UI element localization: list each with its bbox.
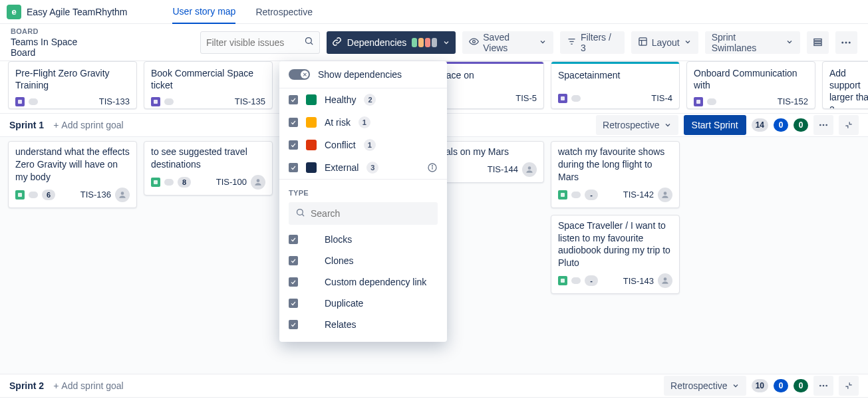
layout-icon	[638, 37, 648, 49]
dependency-status-row[interactable]: At risk 1	[279, 111, 447, 134]
svg-point-25	[825, 385, 827, 387]
checkbox-icon[interactable]	[289, 235, 298, 244]
assignee-avatar[interactable]	[522, 162, 537, 177]
svg-point-15	[819, 124, 821, 126]
story-card[interactable]: to see suggested travel destinations 8 T…	[144, 141, 273, 196]
status-label: External	[325, 162, 359, 173]
epic-title: Book Commercial Space ticket	[144, 62, 272, 94]
count-todo: 10	[752, 379, 768, 392]
story-footer: - TIS-143	[558, 273, 672, 288]
filter-icon	[567, 37, 577, 49]
dependency-type-row[interactable]: Duplicate	[279, 293, 447, 314]
svg-point-14	[849, 41, 851, 43]
epic-key: TIS-5	[515, 93, 537, 103]
sprint-more-button[interactable]	[813, 376, 833, 396]
svg-point-2	[473, 40, 476, 43]
saved-views-button[interactable]: Saved Views	[462, 31, 553, 54]
count-inprogress: 0	[774, 118, 788, 132]
view-mode-button[interactable]	[807, 31, 829, 54]
plus-icon: +	[53, 380, 59, 391]
svg-point-29	[297, 209, 303, 215]
svg-rect-10	[814, 41, 821, 43]
checkbox-icon[interactable]	[289, 163, 298, 172]
tab-user-story-map[interactable]: User story map	[172, 0, 235, 24]
retro-dropdown[interactable]: Retrospective	[596, 115, 678, 135]
checkbox-icon[interactable]	[289, 256, 298, 265]
assignee-avatar[interactable]	[115, 188, 130, 202]
retro-dropdown[interactable]: Retrospective	[664, 376, 746, 396]
story-icon	[151, 178, 160, 187]
priority-icon	[571, 192, 581, 198]
dependency-type-row[interactable]: Blocks	[279, 229, 447, 250]
epic-key: TIS-4	[651, 93, 672, 103]
toggle-knob: ✕	[301, 70, 309, 78]
link-icon	[332, 37, 342, 49]
layout-button[interactable]: Layout	[631, 31, 698, 54]
checkbox-icon[interactable]	[289, 118, 298, 127]
epic-key: TIS-152	[778, 96, 808, 106]
priority-icon	[29, 192, 38, 198]
dependency-status-row[interactable]: Conflict 1	[279, 134, 447, 156]
sprint-more-button[interactable]	[813, 115, 833, 135]
epic-card[interactable]: Add support larger than 2	[822, 61, 868, 109]
priority-icon	[164, 179, 174, 186]
brand-logo: e	[7, 5, 21, 19]
epic-card[interactable]: Book Commercial Space ticket TIS-135	[144, 61, 273, 109]
dependency-type-row[interactable]: Relates	[279, 314, 447, 335]
dependency-status-row[interactable]: Healthy 2	[279, 88, 447, 111]
add-sprint-goal[interactable]: + Add sprint goal	[53, 380, 124, 391]
checkbox-icon[interactable]	[289, 140, 298, 150]
count-inprogress: 0	[774, 379, 788, 392]
collapse-sprint-button[interactable]	[839, 376, 859, 396]
story-card[interactable]: Space Traveller / I want to listen to my…	[551, 215, 680, 295]
type-search[interactable]	[289, 202, 438, 225]
type-label: Relates	[325, 319, 356, 330]
story-card[interactable]: watch my favourite shows during the long…	[551, 141, 680, 208]
type-label: Blocks	[325, 234, 352, 245]
svg-point-16	[823, 124, 825, 126]
retro-label: Retrospective	[603, 120, 660, 130]
svg-point-21	[664, 192, 667, 195]
story-card[interactable]: understand what the effects Zero Gravity…	[8, 141, 137, 208]
svg-point-24	[823, 385, 825, 387]
checkbox-icon[interactable]	[289, 320, 298, 329]
checkbox-icon[interactable]	[289, 95, 298, 104]
svg-point-12	[842, 41, 844, 43]
filters-button[interactable]: Filters / 3	[560, 31, 625, 54]
add-sprint-goal[interactable]: + Add sprint goal	[53, 120, 124, 130]
dependency-type-row[interactable]: Clones	[279, 250, 447, 271]
show-dependencies-toggle[interactable]: ✕	[289, 69, 310, 80]
estimate-pill: 8	[178, 177, 191, 188]
collapse-sprint-button[interactable]	[839, 115, 859, 135]
epic-footer: TIS-133	[9, 94, 136, 109]
epic-title: Onboard Communication with	[687, 62, 815, 94]
epic-card[interactable]: Onboard Communication with TIS-152	[686, 61, 815, 109]
tab-retrospective[interactable]: Retrospective	[255, 0, 313, 24]
dependencies-button[interactable]: Dependencies	[327, 31, 456, 54]
story-title: to see suggested travel destinations	[151, 146, 265, 171]
status-count: 1	[364, 139, 376, 151]
count-todo: 14	[752, 118, 768, 132]
swimlanes-button[interactable]: Sprint Swimlanes	[705, 31, 800, 54]
start-sprint-button[interactable]: Start Sprint	[684, 115, 746, 135]
epic-card[interactable]: Spacetainment TIS-4	[551, 61, 680, 109]
assignee-avatar[interactable]	[658, 188, 672, 202]
checkbox-icon[interactable]	[289, 299, 298, 308]
assignee-avatar[interactable]	[658, 273, 672, 288]
dependency-type-row[interactable]: Custom dependency link	[279, 271, 447, 293]
plus-icon: +	[53, 120, 59, 130]
status-color-swatch	[306, 94, 317, 105]
info-icon[interactable]	[427, 162, 438, 173]
epic-card[interactable]: Pre-Flight Zero Gravity Training TIS-133	[8, 61, 137, 109]
filter-search[interactable]	[200, 31, 320, 54]
dependencies-dropdown: ✕ Show dependencies Healthy 2 At risk 1 …	[279, 61, 447, 342]
assignee-avatar[interactable]	[251, 175, 265, 190]
svg-line-30	[302, 214, 304, 216]
checkbox-icon[interactable]	[289, 277, 298, 287]
filter-input[interactable]	[206, 37, 300, 48]
type-search-input[interactable]	[311, 208, 431, 219]
more-menu-button[interactable]	[835, 31, 857, 54]
app-header: e Easy Agile TeamRhythm User story map R…	[0, 0, 868, 24]
dependency-status-row[interactable]: External 3	[279, 156, 447, 179]
story-key: TIS-100	[216, 177, 247, 187]
